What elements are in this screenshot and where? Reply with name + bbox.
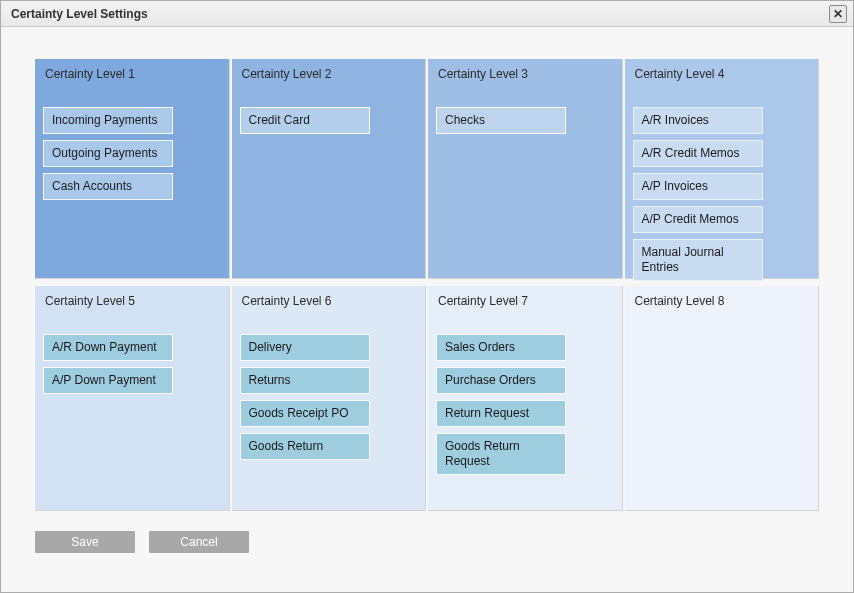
- list-item[interactable]: Purchase Orders: [436, 367, 566, 394]
- level-5-items: A/R Down PaymentA/P Down Payment: [43, 318, 221, 394]
- level-7-title: Certainty Level 7: [436, 292, 614, 318]
- level-1-title: Certainty Level 1: [43, 65, 221, 91]
- level-7-items: Sales OrdersPurchase OrdersReturn Reques…: [436, 318, 614, 475]
- list-item[interactable]: A/R Credit Memos: [633, 140, 763, 167]
- level-4-items: A/R InvoicesA/R Credit MemosA/P Invoices…: [633, 91, 811, 281]
- footer: Save Cancel: [35, 511, 819, 553]
- list-item[interactable]: Return Request: [436, 400, 566, 427]
- level-8-title: Certainty Level 8: [633, 292, 811, 318]
- list-item[interactable]: Credit Card: [240, 107, 370, 134]
- cancel-button[interactable]: Cancel: [149, 531, 249, 553]
- level-1-items: Incoming PaymentsOutgoing PaymentsCash A…: [43, 91, 221, 200]
- list-item[interactable]: A/R Down Payment: [43, 334, 173, 361]
- list-item[interactable]: A/P Invoices: [633, 173, 763, 200]
- level-4-cell[interactable]: Certainty Level 4A/R InvoicesA/R Credit …: [625, 59, 820, 279]
- level-6-cell[interactable]: Certainty Level 6DeliveryReturnsGoods Re…: [232, 286, 427, 511]
- level-2-items: Credit Card: [240, 91, 418, 134]
- list-item[interactable]: Checks: [436, 107, 566, 134]
- list-item[interactable]: Cash Accounts: [43, 173, 173, 200]
- body: Certainty Level 1Incoming PaymentsOutgoi…: [1, 27, 853, 592]
- level-3-items: Checks: [436, 91, 614, 134]
- level-3-title: Certainty Level 3: [436, 65, 614, 91]
- list-item[interactable]: Returns: [240, 367, 370, 394]
- list-item[interactable]: Manual Journal Entries: [633, 239, 763, 281]
- list-item[interactable]: Sales Orders: [436, 334, 566, 361]
- list-item[interactable]: A/R Invoices: [633, 107, 763, 134]
- window: Certainty Level Settings ✕ Certainty Lev…: [0, 0, 854, 593]
- level-2-title: Certainty Level 2: [240, 65, 418, 91]
- level-1-cell[interactable]: Certainty Level 1Incoming PaymentsOutgoi…: [35, 59, 230, 279]
- level-3-cell[interactable]: Certainty Level 3Checks: [428, 59, 623, 279]
- list-item[interactable]: Goods Receipt PO: [240, 400, 370, 427]
- list-item[interactable]: Outgoing Payments: [43, 140, 173, 167]
- window-title: Certainty Level Settings: [11, 7, 148, 21]
- list-item[interactable]: A/P Credit Memos: [633, 206, 763, 233]
- level-8-cell[interactable]: Certainty Level 8: [625, 286, 820, 511]
- close-button[interactable]: ✕: [829, 5, 847, 23]
- list-item[interactable]: Incoming Payments: [43, 107, 173, 134]
- level-6-items: DeliveryReturnsGoods Receipt POGoods Ret…: [240, 318, 418, 460]
- level-4-title: Certainty Level 4: [633, 65, 811, 91]
- level-8-items: [633, 318, 811, 334]
- list-item[interactable]: A/P Down Payment: [43, 367, 173, 394]
- level-2-cell[interactable]: Certainty Level 2Credit Card: [232, 59, 427, 279]
- level-6-title: Certainty Level 6: [240, 292, 418, 318]
- level-5-cell[interactable]: Certainty Level 5A/R Down PaymentA/P Dow…: [35, 286, 230, 511]
- titlebar: Certainty Level Settings ✕: [1, 1, 853, 27]
- level-5-title: Certainty Level 5: [43, 292, 221, 318]
- level-7-cell[interactable]: Certainty Level 7Sales OrdersPurchase Or…: [428, 286, 623, 511]
- list-item[interactable]: Goods Return Request: [436, 433, 566, 475]
- list-item[interactable]: Goods Return: [240, 433, 370, 460]
- list-item[interactable]: Delivery: [240, 334, 370, 361]
- levels-grid: Certainty Level 1Incoming PaymentsOutgoi…: [35, 59, 819, 511]
- save-button[interactable]: Save: [35, 531, 135, 553]
- close-icon: ✕: [833, 8, 843, 20]
